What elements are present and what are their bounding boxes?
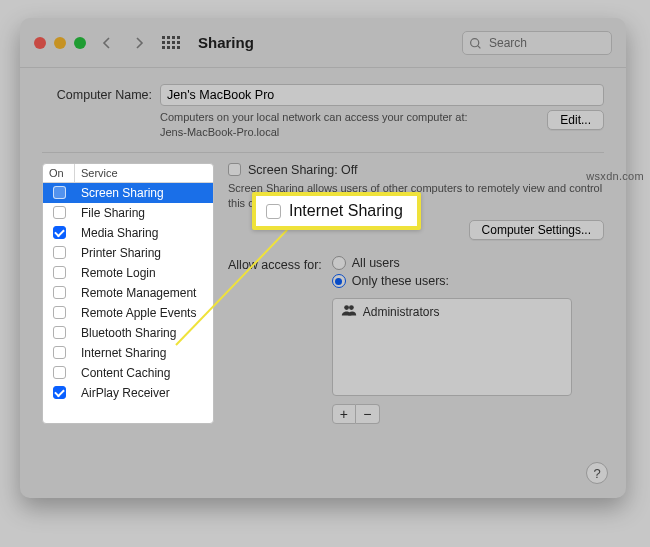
service-checkbox[interactable]	[53, 306, 66, 319]
radio-only-these-users[interactable]: Only these users:	[332, 274, 572, 288]
service-row-file-sharing[interactable]: File Sharing	[43, 203, 213, 223]
service-label: File Sharing	[75, 206, 213, 220]
service-row-remote-login[interactable]: Remote Login	[43, 263, 213, 283]
computer-name-label: Computer Name:	[42, 88, 152, 102]
services-list[interactable]: On Service Screen SharingFile SharingMed…	[42, 163, 214, 425]
service-row-remote-management[interactable]: Remote Management	[43, 283, 213, 303]
service-checkbox[interactable]	[53, 346, 66, 359]
service-row-internet-sharing[interactable]: Internet Sharing	[43, 343, 213, 363]
computer-name-hint: Computers on your local network can acce…	[160, 110, 468, 140]
preferences-window: Sharing Computer Name: Computers on your…	[20, 18, 626, 498]
pane-title: Sharing	[198, 34, 254, 51]
service-status-label: Screen Sharing: Off	[248, 163, 358, 177]
search-icon	[469, 36, 482, 54]
service-checkbox[interactable]	[53, 186, 66, 199]
service-row-media-sharing[interactable]: Media Sharing	[43, 223, 213, 243]
service-label: Remote Apple Events	[75, 306, 213, 320]
service-label: Internet Sharing	[75, 346, 213, 360]
svg-point-0	[471, 38, 479, 46]
watermark: wsxdn.com	[586, 170, 644, 182]
grid-icon	[162, 36, 180, 49]
enable-service-checkbox[interactable]	[228, 163, 241, 176]
svg-point-1	[344, 306, 349, 311]
service-row-screen-sharing[interactable]: Screen Sharing	[43, 183, 213, 203]
callout-checkbox-icon	[266, 204, 281, 219]
radio-icon	[332, 256, 346, 270]
service-label: Screen Sharing	[75, 186, 213, 200]
service-checkbox[interactable]	[53, 246, 66, 259]
service-label: Content Caching	[75, 366, 213, 380]
service-label: Printer Sharing	[75, 246, 213, 260]
help-button[interactable]: ?	[586, 462, 608, 484]
add-user-button[interactable]: +	[332, 404, 356, 424]
services-header: On Service	[43, 164, 213, 183]
search-input[interactable]	[462, 31, 612, 55]
users-list[interactable]: Administrators	[332, 298, 572, 396]
computer-name-input[interactable]	[160, 84, 604, 106]
service-checkbox[interactable]	[53, 286, 66, 299]
service-checkbox[interactable]	[53, 366, 66, 379]
titlebar: Sharing	[20, 18, 626, 68]
svg-point-2	[349, 306, 354, 311]
user-name: Administrators	[363, 305, 440, 319]
close-window-button[interactable]	[34, 37, 46, 49]
window-controls	[34, 37, 86, 49]
show-all-button[interactable]	[160, 32, 182, 54]
chevron-right-icon	[133, 37, 145, 49]
service-row-airplay-receiver[interactable]: AirPlay Receiver	[43, 383, 213, 403]
service-row-remote-apple-events[interactable]: Remote Apple Events	[43, 303, 213, 323]
chevron-left-icon	[101, 37, 113, 49]
callout-label: Internet Sharing	[289, 202, 403, 220]
back-button[interactable]	[96, 32, 118, 54]
radio-all-users[interactable]: All users	[332, 256, 572, 270]
service-label: Media Sharing	[75, 226, 213, 240]
divider	[42, 152, 604, 153]
content-area: Computer Name: Computers on your local n…	[20, 68, 626, 438]
service-checkbox[interactable]	[53, 266, 66, 279]
forward-button[interactable]	[128, 32, 150, 54]
minimize-window-button[interactable]	[54, 37, 66, 49]
service-label: Remote Management	[75, 286, 213, 300]
service-checkbox[interactable]	[53, 226, 66, 239]
column-on[interactable]: On	[43, 164, 75, 182]
callout-internet-sharing: Internet Sharing	[252, 192, 421, 230]
radio-icon	[332, 274, 346, 288]
edit-hostname-button[interactable]: Edit...	[547, 110, 604, 130]
service-row-content-caching[interactable]: Content Caching	[43, 363, 213, 383]
service-checkbox[interactable]	[53, 326, 66, 339]
allow-access-label: Allow access for:	[228, 256, 322, 272]
service-checkbox[interactable]	[53, 206, 66, 219]
service-checkbox[interactable]	[53, 386, 66, 399]
service-label: Remote Login	[75, 266, 213, 280]
service-row-printer-sharing[interactable]: Printer Sharing	[43, 243, 213, 263]
zoom-window-button[interactable]	[74, 37, 86, 49]
user-row[interactable]: Administrators	[333, 299, 571, 324]
service-label: AirPlay Receiver	[75, 386, 213, 400]
computer-settings-button[interactable]: Computer Settings...	[469, 220, 604, 240]
remove-user-button[interactable]: −	[356, 404, 380, 424]
column-service[interactable]: Service	[75, 164, 213, 182]
users-group-icon	[341, 303, 357, 320]
